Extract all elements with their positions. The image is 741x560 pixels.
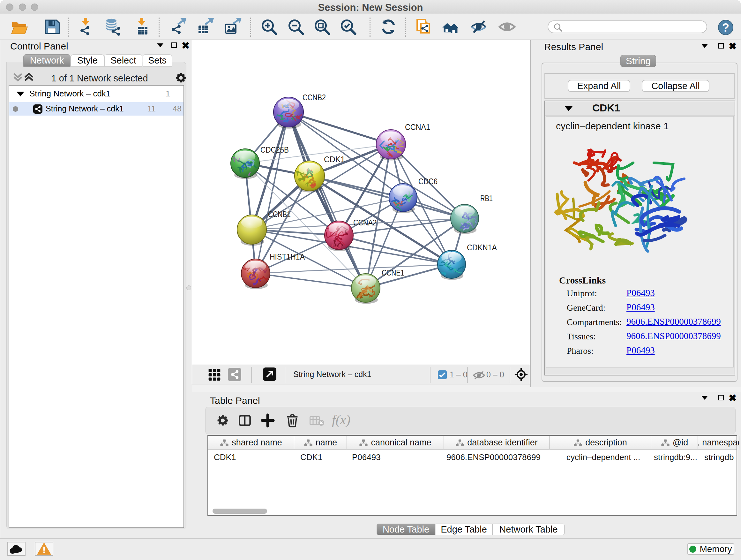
svg-text:RB1: RB1 bbox=[480, 193, 493, 203]
svg-text:CDKN1A: CDKN1A bbox=[467, 243, 497, 252]
svg-text:CCNA1: CCNA1 bbox=[405, 122, 430, 132]
svg-text:CCNE1: CCNE1 bbox=[382, 268, 404, 277]
svg-text:CCNB2: CCNB2 bbox=[302, 92, 326, 102]
svg-text:CDK1: CDK1 bbox=[324, 154, 345, 164]
svg-text:CDC6: CDC6 bbox=[418, 177, 437, 186]
svg-text:CDC25B: CDC25B bbox=[260, 145, 289, 154]
svg-text:HIST1H1A: HIST1H1A bbox=[270, 252, 305, 261]
svg-text:CCNA2: CCNA2 bbox=[353, 218, 377, 227]
svg-text:CCNB1: CCNB1 bbox=[268, 209, 291, 219]
